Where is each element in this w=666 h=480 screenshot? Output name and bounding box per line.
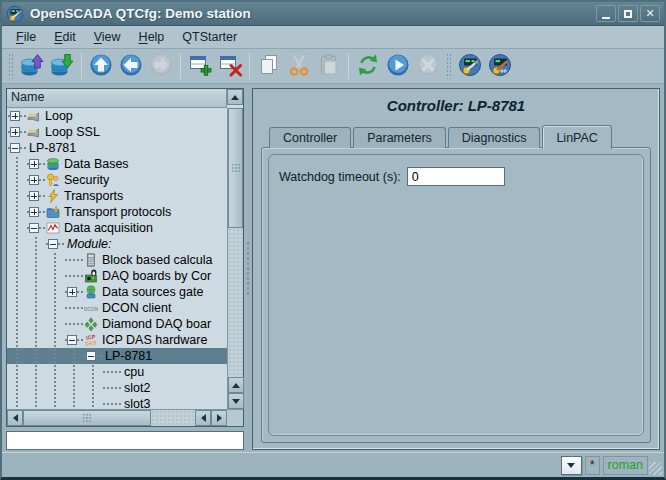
expander-expanded-icon[interactable] bbox=[10, 143, 20, 153]
tab-parameters[interactable]: Parameters bbox=[353, 127, 446, 148]
tree-connector bbox=[83, 348, 102, 364]
tree-item-diamond-daq-boar[interactable]: Diamond DAQ boar bbox=[7, 316, 227, 332]
tree-column-header[interactable]: Name bbox=[7, 89, 227, 108]
save-to-db-button[interactable] bbox=[47, 51, 77, 81]
minimize-button[interactable] bbox=[596, 5, 616, 22]
user-badge[interactable]: roman bbox=[603, 456, 648, 475]
add-item-button[interactable] bbox=[185, 51, 215, 81]
refresh-button[interactable] bbox=[353, 51, 383, 81]
tree-item-label: ICP DAS hardware bbox=[99, 333, 210, 347]
controller-panel: Controller: LP-8781 ControllerParameters… bbox=[252, 88, 660, 450]
copy-item-button[interactable] bbox=[254, 51, 284, 81]
expander-collapsed-icon[interactable] bbox=[29, 175, 39, 185]
expander-collapsed-icon[interactable] bbox=[29, 207, 39, 217]
loop-icon bbox=[26, 108, 42, 124]
tree-guide bbox=[45, 252, 64, 268]
cut-item-button[interactable] bbox=[284, 51, 314, 81]
paste-icon bbox=[317, 53, 341, 80]
hscroll-track[interactable] bbox=[151, 410, 195, 426]
tree-item-data-acquisition[interactable]: Data acquisition bbox=[7, 220, 227, 236]
tree-item-dcon-client[interactable]: DCONDCON client bbox=[7, 300, 227, 316]
status-combo-button[interactable] bbox=[561, 456, 582, 475]
tree-item-icp-das-hardware[interactable]: ICPDASICP DAS hardware bbox=[7, 332, 227, 348]
tree-item-loop[interactable]: Loop bbox=[7, 108, 227, 124]
go-forward-button bbox=[146, 51, 176, 81]
hscroll-right-button[interactable] bbox=[211, 410, 227, 426]
openscada-vision-button[interactable] bbox=[485, 51, 515, 81]
tree-guide bbox=[26, 348, 45, 364]
svg-text:DAS: DAS bbox=[85, 339, 98, 347]
expander-expanded-icon[interactable] bbox=[86, 351, 96, 361]
resize-grip[interactable] bbox=[649, 462, 662, 475]
tree-item-cpu[interactable]: cpu bbox=[7, 364, 227, 380]
menu-help[interactable]: Help bbox=[131, 28, 173, 46]
gate-icon bbox=[83, 284, 99, 300]
vscroll-thumb[interactable] bbox=[228, 108, 243, 228]
delete-item-button[interactable] bbox=[215, 51, 245, 81]
main-area: Name LoopLoop SSLLP-8781Data BasesSecuri… bbox=[2, 84, 664, 452]
hscroll-left-button[interactable] bbox=[7, 410, 23, 426]
expander-expanded-icon[interactable] bbox=[67, 335, 77, 345]
tree-item-lp-8781[interactable]: LP-8781 bbox=[7, 348, 227, 364]
vertical-scrollbar[interactable] bbox=[227, 108, 243, 409]
copy-icon bbox=[257, 53, 281, 80]
tree-item-lp-8781[interactable]: LP-8781 bbox=[7, 140, 227, 156]
close-button[interactable]: ✕ bbox=[640, 5, 660, 22]
tree-guide bbox=[83, 396, 102, 409]
expander-expanded-icon[interactable] bbox=[48, 239, 58, 249]
tree-search-input[interactable] bbox=[6, 431, 244, 450]
security-icon bbox=[45, 172, 61, 188]
expander-collapsed-icon[interactable] bbox=[10, 111, 20, 121]
toolbar-separator bbox=[180, 53, 181, 79]
watchdog-input[interactable] bbox=[407, 167, 505, 186]
tree-item-block-based-calcula[interactable]: Block based calcula bbox=[7, 252, 227, 268]
back-icon bbox=[119, 53, 143, 80]
tree-item-transport-protocols[interactable]: Transport protocols bbox=[7, 204, 227, 220]
go-back-button[interactable] bbox=[116, 51, 146, 81]
menu-qtstarter[interactable]: QTStarter bbox=[174, 28, 245, 46]
tree-guide bbox=[26, 364, 45, 380]
menu-file[interactable]: File bbox=[8, 28, 44, 46]
tree-item-module[interactable]: Module: bbox=[7, 236, 227, 252]
panel-splitter[interactable] bbox=[244, 88, 252, 450]
thumb-grip bbox=[82, 413, 92, 423]
hscroll-left2-button[interactable] bbox=[195, 410, 211, 426]
horizontal-scrollbar[interactable] bbox=[7, 410, 227, 426]
expander-collapsed-icon[interactable] bbox=[29, 159, 39, 169]
vscroll-up-button[interactable] bbox=[228, 377, 244, 393]
window-controls: ✕ bbox=[594, 5, 660, 22]
go-up-button[interactable] bbox=[86, 51, 116, 81]
vscroll-track[interactable] bbox=[228, 228, 243, 377]
hscroll-thumb[interactable] bbox=[23, 410, 151, 426]
tree-item-data-bases[interactable]: Data Bases bbox=[7, 156, 227, 172]
menu-view[interactable]: View bbox=[86, 28, 129, 46]
maximize-button[interactable] bbox=[618, 5, 638, 22]
scroll-up-button[interactable] bbox=[227, 89, 243, 105]
tree-item-slot3[interactable]: slot3 bbox=[7, 396, 227, 409]
load-from-db-button[interactable] bbox=[17, 51, 47, 81]
splitter-grip bbox=[246, 241, 250, 297]
openscada-qtcfg-button[interactable] bbox=[455, 51, 485, 81]
tree-guide bbox=[26, 396, 45, 409]
tree-item-security[interactable]: Security bbox=[7, 172, 227, 188]
expander-collapsed-icon[interactable] bbox=[10, 127, 20, 137]
menu-edit[interactable]: Edit bbox=[46, 28, 84, 46]
tree-item-transports[interactable]: Transports bbox=[7, 188, 227, 204]
tab-diagnostics[interactable]: Diagnostics bbox=[448, 127, 541, 148]
tree-item-loop-ssl[interactable]: Loop SSL bbox=[7, 124, 227, 140]
titlebar: OpenSCADA QTCfg: Demo station ✕ bbox=[2, 2, 664, 26]
expander-expanded-icon[interactable] bbox=[29, 223, 39, 233]
daq-board-icon bbox=[83, 268, 99, 284]
tab-linpac[interactable]: LinPAC bbox=[542, 125, 611, 149]
tree-item-daq-boards-by-cor[interactable]: DAQ boards by Cor bbox=[7, 268, 227, 284]
tree-item-label: slot2 bbox=[121, 381, 153, 395]
vscroll-down-button[interactable] bbox=[228, 393, 244, 409]
start-button[interactable] bbox=[383, 51, 413, 81]
toolbar-handle[interactable] bbox=[8, 53, 14, 79]
tree-item-slot2[interactable]: slot2 bbox=[7, 380, 227, 396]
expander-collapsed-icon[interactable] bbox=[29, 191, 39, 201]
tab-controller[interactable]: Controller bbox=[269, 127, 351, 148]
tree-item-data-sources-gate[interactable]: Data sources gate bbox=[7, 284, 227, 300]
toolbar-handle[interactable] bbox=[446, 53, 452, 79]
expander-collapsed-icon[interactable] bbox=[67, 287, 77, 297]
